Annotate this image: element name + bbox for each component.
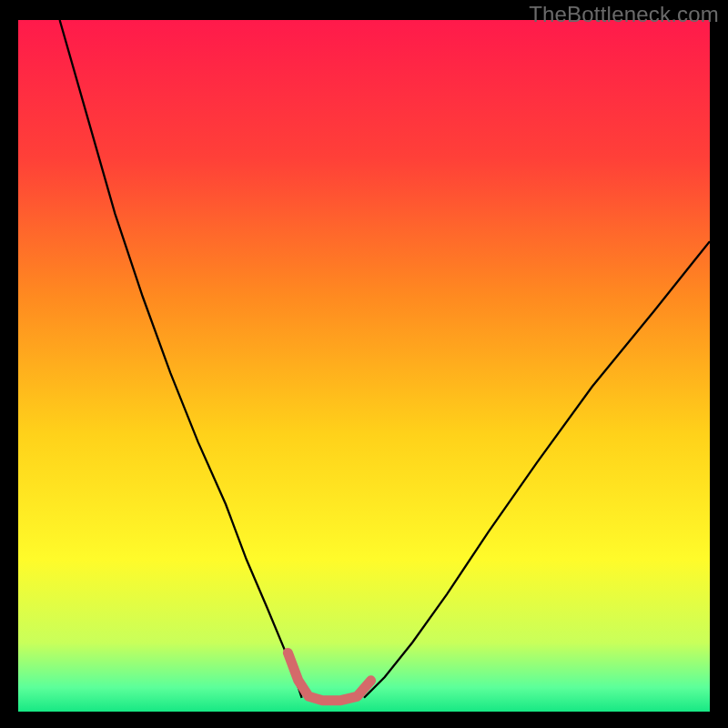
right-curve [364,241,710,698]
left-curve [60,20,302,698]
plot-area [18,20,710,712]
chart-frame: TheBottleneck.com [0,0,728,728]
watermark-text: TheBottleneck.com [529,2,719,27]
curve-layer [18,20,710,712]
